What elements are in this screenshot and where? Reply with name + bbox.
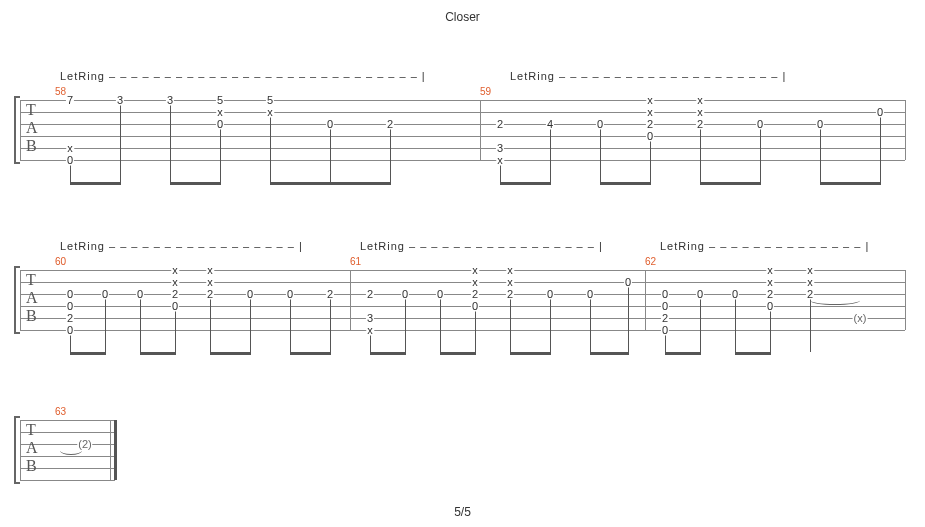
fret-number: 0: [696, 289, 704, 300]
fret-number: 0: [66, 155, 74, 166]
fret-number: 0: [326, 119, 334, 130]
tab-letter-a: A: [26, 289, 38, 307]
staff-bracket: [14, 96, 16, 164]
beam: [820, 182, 881, 185]
fret-number: 0: [816, 119, 824, 130]
staff-line: [20, 148, 905, 149]
beam: [370, 352, 406, 355]
note-stem: [820, 129, 821, 182]
barline: [20, 420, 21, 480]
beam: [140, 352, 176, 355]
note-stem: [510, 299, 511, 352]
measure-number: 58: [55, 86, 66, 97]
fret-number: x: [496, 155, 504, 166]
note-stem: [270, 117, 271, 182]
fret-number: 7: [66, 95, 74, 106]
staff-line: [20, 330, 905, 331]
fret-number: 0: [101, 289, 109, 300]
fret-number: x: [506, 277, 514, 288]
fret-number: 2: [646, 119, 654, 130]
fret-number: x: [646, 107, 654, 118]
note-stem: [70, 165, 71, 182]
barline: [905, 100, 906, 160]
fret-number: 0: [661, 301, 669, 312]
note-stem: [650, 141, 651, 182]
tab-system: TABLetRing – – – – – – – – – – – – – – –…: [20, 60, 905, 200]
note-stem: [665, 335, 666, 352]
fret-number: 2: [171, 289, 179, 300]
note-stem: [810, 299, 811, 352]
fret-number: x: [216, 107, 224, 118]
fret-number: 0: [246, 289, 254, 300]
note-stem: [440, 299, 441, 352]
note-stem: [390, 129, 391, 182]
fret-number: x: [696, 95, 704, 106]
fret-number: x: [471, 265, 479, 276]
fret-number: 3: [166, 95, 174, 106]
barline: [905, 270, 906, 330]
staff-bracket: [14, 266, 16, 334]
fret-number: 0: [436, 289, 444, 300]
barline: [480, 100, 481, 160]
note-stem: [175, 311, 176, 352]
fret-number: 0: [216, 119, 224, 130]
note-stem: [210, 299, 211, 352]
fret-number: 2: [66, 313, 74, 324]
beam: [330, 182, 391, 185]
staff-bracket: [14, 332, 20, 334]
barline: [20, 270, 21, 330]
note-stem: [700, 129, 701, 182]
note-stem: [170, 105, 171, 182]
beam: [70, 352, 106, 355]
note-stem: [250, 299, 251, 352]
fret-number: 0: [171, 301, 179, 312]
fret-number: x: [471, 277, 479, 288]
fret-number: 0: [401, 289, 409, 300]
staff-line: [20, 100, 905, 101]
staff-bracket: [14, 482, 20, 484]
staff-line: [20, 318, 905, 319]
fret-number: 0: [646, 131, 654, 142]
fret-number: 2: [696, 119, 704, 130]
note-stem: [500, 165, 501, 182]
staff-bracket: [14, 416, 16, 484]
let-ring-label: LetRing – – – – – – – – – – – – – – |: [660, 240, 869, 252]
fret-number: 0: [624, 277, 632, 288]
note-stem: [735, 299, 736, 352]
fret-number: 0: [731, 289, 739, 300]
tab-system: TAB63(2): [20, 400, 115, 527]
fret-number: 0: [66, 301, 74, 312]
fret-number: x: [696, 107, 704, 118]
fret-number: 5: [266, 95, 274, 106]
fret-number: 0: [136, 289, 144, 300]
fret-number: x: [806, 277, 814, 288]
barline: [645, 270, 646, 330]
staff-line: [20, 160, 905, 161]
staff-bracket: [14, 416, 20, 418]
let-ring-label: LetRing – – – – – – – – – – – – – – – – …: [360, 240, 603, 252]
fret-number: 2: [506, 289, 514, 300]
fret-number: 0: [661, 325, 669, 336]
fret-number: 0: [766, 301, 774, 312]
note-stem: [70, 335, 71, 352]
note-stem: [475, 311, 476, 352]
tab-system: TABLetRing – – – – – – – – – – – – – – –…: [20, 230, 905, 370]
note-stem: [550, 129, 551, 182]
measure-number: 60: [55, 256, 66, 267]
fret-number: x: [366, 325, 374, 336]
ghost-note: (x): [853, 313, 868, 324]
beam: [70, 182, 121, 185]
note-stem: [770, 311, 771, 352]
fret-number: 2: [366, 289, 374, 300]
fret-number: 0: [756, 119, 764, 130]
beam: [600, 182, 651, 185]
beam: [440, 352, 476, 355]
note-stem: [600, 129, 601, 182]
beam: [700, 182, 761, 185]
tab-letter-a: A: [26, 439, 38, 457]
note-stem: [330, 129, 331, 182]
fret-number: x: [171, 277, 179, 288]
fret-number: 0: [596, 119, 604, 130]
fret-number: 3: [116, 95, 124, 106]
fret-number: x: [171, 265, 179, 276]
